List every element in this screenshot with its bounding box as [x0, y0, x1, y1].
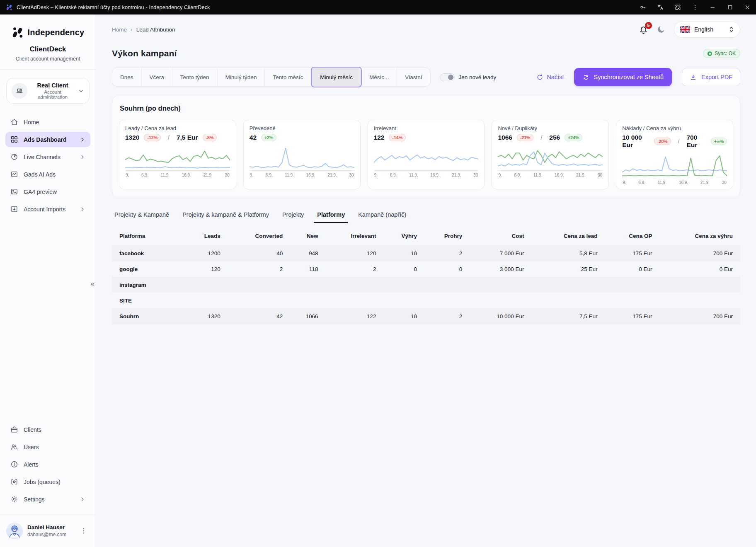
- maximize-icon[interactable]: [721, 0, 739, 15]
- tab-projekty[interactable]: Projekty: [281, 210, 305, 223]
- date-range-tento-t-den[interactable]: Tento týden: [172, 68, 218, 86]
- sidebar-item-home[interactable]: Home: [5, 114, 90, 130]
- axis-tick: 21.9.: [204, 173, 213, 177]
- value-cell: 948: [290, 245, 325, 261]
- download-icon: [690, 74, 697, 81]
- column-header: Leads: [186, 226, 228, 245]
- sync-icon: [582, 74, 589, 81]
- card-trend-badge: -12%: [144, 134, 161, 141]
- dark-mode-toggle[interactable]: [657, 25, 666, 34]
- platform-cell: Souhrn: [112, 308, 186, 324]
- value-cell: [659, 293, 740, 308]
- platform-cell: facebook: [112, 245, 186, 261]
- value-cell: [531, 293, 605, 308]
- value-cell: 2: [424, 308, 470, 324]
- avatar: [6, 523, 23, 539]
- user-menu-kebab-icon[interactable]: ⋮: [78, 528, 90, 534]
- sidebar-collapse-button[interactable]: «: [91, 280, 94, 288]
- user-account[interactable]: Daniel Hauser dahaus@me.com ⋮: [0, 517, 96, 545]
- table-row: SITE: [112, 293, 740, 308]
- pie-icon: [10, 153, 18, 161]
- menu-kebab-icon[interactable]: [686, 0, 704, 15]
- date-range-dnes[interactable]: Dnes: [112, 68, 142, 86]
- date-range-m-s-c-[interactable]: Měsíc...: [361, 68, 397, 86]
- axis-tick: 11.9.: [285, 173, 294, 177]
- sync-status-text: Sync: OK: [715, 51, 736, 56]
- key-icon[interactable]: [634, 0, 652, 15]
- sidebar-item-account-imports[interactable]: Account Imports: [5, 201, 90, 217]
- table-tabs: Projekty & KampaněProjekty & kampaně & P…: [112, 210, 740, 223]
- card-sparkline: [250, 145, 354, 171]
- extensions-icon[interactable]: [669, 0, 686, 15]
- value-cell: [659, 277, 740, 293]
- sparkline-chart: [250, 145, 354, 170]
- date-range-vlastn-[interactable]: Vlastní: [397, 68, 430, 86]
- sync-sheets-button[interactable]: Synchronizovat ze Sheetů: [574, 68, 672, 86]
- summary-title: Souhrn (po dnech): [119, 104, 733, 112]
- sidebar-nav-bottom: ClientsUsersAlertsJobs (queues)Settings: [0, 422, 96, 507]
- sparkline-axis: 9.6.9.11.9.16.9.21.9.30: [250, 173, 354, 177]
- date-range-minul-t-den[interactable]: Minulý týden: [218, 68, 265, 86]
- breadcrumb: Home › Lead Attribution: [112, 26, 175, 33]
- grid-icon: [10, 136, 18, 143]
- sidebar-item-ads-dashboard[interactable]: Ads Dashboard: [5, 132, 90, 147]
- value-cell: 40: [228, 245, 290, 261]
- value-cell: [326, 277, 384, 293]
- notifications-button[interactable]: 5: [639, 25, 648, 34]
- sidebar-item-label: Users: [24, 444, 85, 450]
- breadcrumb-home[interactable]: Home: [112, 27, 127, 33]
- language-select[interactable]: English: [674, 21, 740, 38]
- breadcrumb-current: Lead Attribution: [136, 27, 175, 33]
- sidebar-item-gads-ai-ads[interactable]: Gads AI Ads: [5, 167, 90, 182]
- axis-tick: 6.9.: [638, 180, 645, 185]
- date-range-tento-m-s-c[interactable]: Tento měsíc: [265, 68, 311, 86]
- sidebar-item-users[interactable]: Users: [5, 439, 90, 455]
- axis-tick: 16.9.: [306, 173, 315, 177]
- import-icon: [10, 205, 18, 213]
- chevron-down-icon: [78, 88, 84, 94]
- language-value: English: [694, 26, 724, 33]
- value-cell: [424, 293, 470, 308]
- export-pdf-button[interactable]: Export PDF: [682, 68, 740, 86]
- client-switcher[interactable]: Real Client Account administration: [6, 78, 90, 104]
- tab-platformy[interactable]: Platformy: [315, 210, 346, 223]
- value-cell: 1066: [290, 308, 325, 324]
- uk-flag-icon: [680, 26, 690, 33]
- summary-card-3: Nové / Duplikáty1066-21%/256+24%9.6.9.11…: [492, 120, 609, 189]
- date-range-v-era[interactable]: Včera: [142, 68, 172, 86]
- tab-kampan-nap-[interactable]: Kampaně (napříč): [356, 210, 408, 223]
- value-cell: 10: [383, 308, 424, 324]
- axis-tick: 11.9.: [160, 173, 170, 177]
- sidebar-item-clients[interactable]: Clients: [5, 422, 90, 437]
- tab-projekty-kampan-[interactable]: Projekty & Kampaně: [113, 210, 171, 223]
- user-email: dahaus@me.com: [27, 532, 73, 537]
- card-value-2: 256: [549, 134, 560, 141]
- summary-card-1: Převedené42+2%9.6.9.11.9.16.9.21.9.30: [243, 120, 361, 189]
- sidebar-item-live-channels[interactable]: Live Channels: [5, 149, 90, 165]
- laptop-icon: [12, 83, 27, 99]
- column-header: Cena za lead: [531, 226, 605, 245]
- axis-tick: 11.9.: [658, 180, 667, 185]
- sidebar-item-jobs-queues-[interactable]: Jobs (queues): [5, 474, 90, 489]
- sidebar-item-alerts[interactable]: Alerts: [5, 457, 90, 472]
- reload-button[interactable]: Načíst: [536, 74, 564, 81]
- chevron-right-icon: [80, 496, 85, 502]
- column-header: Irrelevant: [326, 226, 384, 245]
- value-cell: [605, 277, 660, 293]
- brand-logo-icon: [12, 26, 24, 39]
- close-icon[interactable]: [739, 0, 756, 15]
- translate-icon[interactable]: [652, 0, 669, 15]
- axis-tick: 9.: [498, 173, 502, 177]
- sidebar-item-ga4-preview[interactable]: GA4 preview: [5, 184, 90, 199]
- axis-tick: 9.: [126, 173, 129, 177]
- sidebar-item-label: Live Channels: [24, 154, 74, 160]
- sidebar-item-label: Account Imports: [24, 206, 74, 213]
- briefcase-icon: [10, 426, 18, 433]
- sidebar-item-settings[interactable]: Settings: [5, 491, 90, 507]
- only-new-leads-toggle[interactable]: Jen nové leady: [440, 73, 497, 81]
- date-range-minul-m-s-c[interactable]: Minulý měsíc: [311, 67, 362, 87]
- tab-projekty-kampan-platformy[interactable]: Projekty & kampaně & Platformy: [181, 210, 271, 223]
- minimize-icon[interactable]: [704, 0, 721, 15]
- moon-icon: [657, 25, 666, 34]
- card-trend-badge-2: -8%: [203, 134, 217, 141]
